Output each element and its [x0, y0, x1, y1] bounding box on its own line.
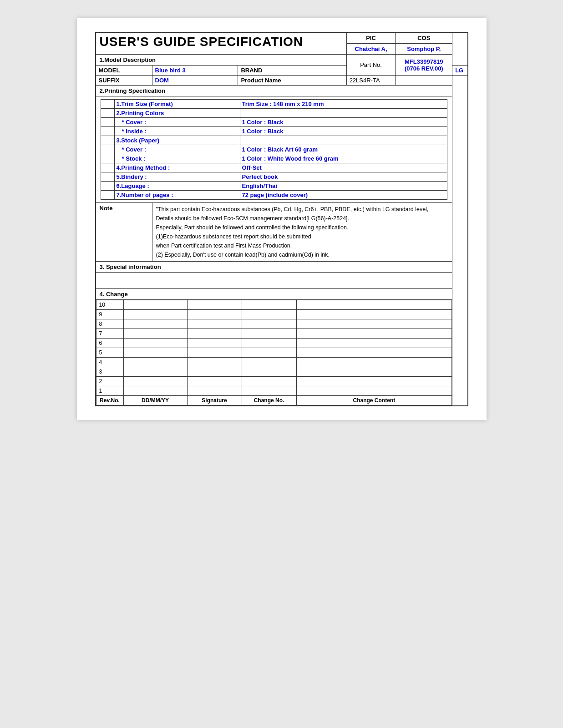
part-no-sub: (0706 REV.00): [399, 65, 448, 72]
row-3-change-no: [242, 367, 296, 377]
part-no-label: Part No.: [346, 55, 396, 76]
row-3-change-content: [296, 367, 452, 377]
printing-method-value: Off-Set: [240, 163, 447, 172]
model-label: MODEL: [96, 66, 152, 76]
row-8-sig: [187, 319, 242, 329]
language-value: English/Thai: [240, 182, 447, 191]
row-4-rev: 4: [96, 358, 123, 367]
row-2-sig: [187, 377, 242, 386]
change-row-2: 2: [96, 377, 452, 386]
row-2-rev: 2: [96, 377, 123, 386]
model-value: Blue bird 3: [152, 66, 238, 76]
row-4-change-no: [242, 358, 296, 367]
title-cell: USER'S GUIDE SPECIFICATION: [96, 32, 347, 55]
printing-colors-label: 2.Printing Colors: [114, 109, 240, 118]
suffix-value: DOM: [152, 76, 238, 86]
cover-value: 1 Color : Black: [240, 118, 447, 127]
row-8-change-no: [242, 319, 296, 329]
note-line-5: when Part certification test and First M…: [156, 243, 292, 249]
pic-name: Chatchai A,: [346, 44, 396, 55]
bindery-label: 5.Bindery :: [114, 172, 240, 182]
row-1-change-no: [242, 386, 296, 396]
row-7-change-no: [242, 329, 296, 339]
row-2-change-content: [296, 377, 452, 386]
trim-size-label: 1.Trim Size (Format): [114, 100, 240, 109]
note-text: "This part contain Eco-hazardous substan…: [152, 203, 452, 262]
stock-label: 3.Stock (Paper): [114, 136, 240, 145]
row-8-change-content: [296, 319, 452, 329]
change-footer-row: Rev.No. DD/MM/YY Signature Change No. Ch…: [96, 396, 452, 405]
row-7-date: [123, 329, 187, 339]
change-row-4: 4: [96, 358, 452, 367]
pages-value: 72 page (include cover): [240, 191, 447, 200]
special-info-content: [96, 273, 452, 289]
change-row-1: 1: [96, 386, 452, 396]
inside-value: 1 Color : Black: [240, 127, 447, 136]
row-10-change-content: [296, 300, 452, 310]
row-1-sig: [187, 386, 242, 396]
change-row-10: 10: [96, 300, 452, 310]
product-name-value: 22LS4R-TA: [346, 76, 396, 86]
note-line-1: "This part contain Eco-hazardous substan…: [156, 206, 429, 212]
row-3-sig: [187, 367, 242, 377]
pic-header: PIC: [346, 32, 396, 44]
part-no-value: MFL33997819: [399, 58, 448, 65]
row-1-date: [123, 386, 187, 396]
row-8-date: [123, 319, 187, 329]
change-row-6: 6: [96, 339, 452, 348]
note-line-4: (1)Eco-hazardous substances test report …: [156, 233, 311, 240]
printing-method-label: 4.Printing Method :: [114, 163, 240, 172]
row-7-change-content: [296, 329, 452, 339]
cover-label: * Cover :: [114, 118, 240, 127]
stock-cover-label: * Cover :: [114, 145, 240, 154]
row-3-rev: 3: [96, 367, 123, 377]
row-7-rev: 7: [96, 329, 123, 339]
row-9-change-no: [242, 310, 296, 319]
row-5-date: [123, 348, 187, 358]
main-table: USER'S GUIDE SPECIFICATION PIC COS Chatc…: [95, 32, 468, 406]
change-row-9: 9: [96, 310, 452, 319]
row-6-date: [123, 339, 187, 348]
row-10-rev: 10: [96, 300, 123, 310]
cos-header: COS: [396, 32, 452, 44]
footer-change-no: Change No.: [242, 396, 296, 405]
change-table: 10 9 8: [96, 300, 452, 405]
row-3-date: [123, 367, 187, 377]
brand-label: BRAND: [238, 66, 346, 76]
row-10-date: [123, 300, 187, 310]
stock-stock-label: * Stock :: [114, 154, 240, 163]
row-7-sig: [187, 329, 242, 339]
printing-spec-header: 2.Printing Specification: [96, 86, 452, 96]
document-title: USER'S GUIDE SPECIFICATION: [100, 35, 343, 49]
row-2-date: [123, 377, 187, 386]
row-5-change-no: [242, 348, 296, 358]
row-2-change-no: [242, 377, 296, 386]
trim-size-value: Trim Size : 148 mm x 210 mm: [240, 100, 447, 109]
brand-value: LG: [452, 66, 468, 76]
cos-name: Somphop P,: [396, 44, 452, 55]
row-4-sig: [187, 358, 242, 367]
pages-label: 7.Number of pages :: [114, 191, 240, 200]
model-desc-header: 1.Model Description: [96, 55, 347, 66]
stock-cover-value: 1 Color : Black Art 60 gram: [240, 145, 447, 154]
product-name-label: Product Name: [238, 76, 346, 86]
note-line-2: Details should be followed Eco-SCM manag…: [156, 215, 350, 222]
spec-detail-table: 1.Trim Size (Format) Trim Size : 148 mm …: [101, 99, 448, 200]
row-4-change-content: [296, 358, 452, 367]
change-row-7: 7: [96, 329, 452, 339]
change-header: 4. Change: [96, 289, 452, 300]
footer-rev-no: Rev.No.: [96, 396, 123, 405]
change-table-cell: 10 9 8: [96, 300, 452, 406]
special-info-header: 3. Special information: [96, 262, 452, 273]
footer-signature: Signature: [187, 396, 242, 405]
row-10-change-no: [242, 300, 296, 310]
row-6-sig: [187, 339, 242, 348]
change-row-8: 8: [96, 319, 452, 329]
row-5-sig: [187, 348, 242, 358]
stock-stock-value: 1 Color : White Wood free 60 gram: [240, 154, 447, 163]
row-9-date: [123, 310, 187, 319]
note-line-3: Especially, Part should be followed and …: [156, 224, 349, 231]
row-9-sig: [187, 310, 242, 319]
row-9-rev: 9: [96, 310, 123, 319]
row-5-change-content: [296, 348, 452, 358]
